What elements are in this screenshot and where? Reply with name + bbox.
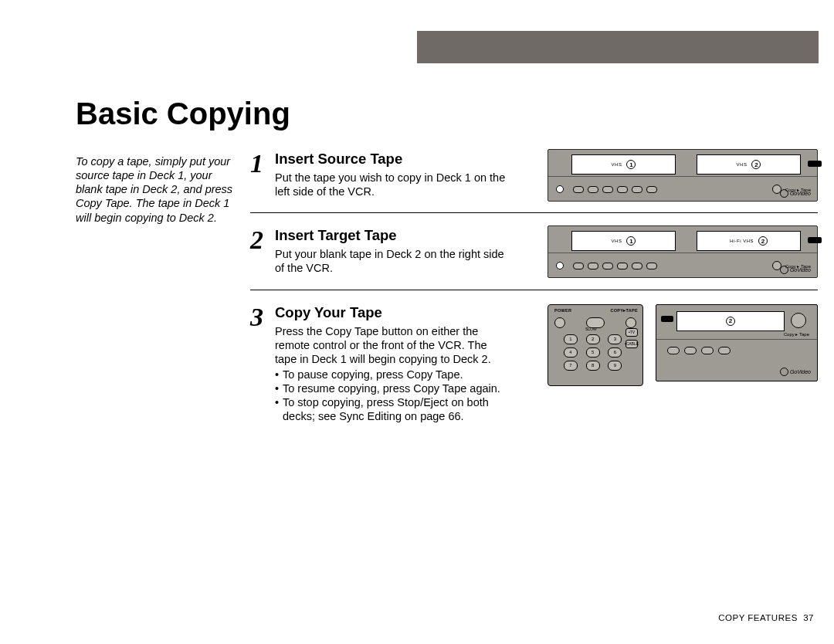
step-number: 2 (250, 227, 269, 253)
vcr-illustration-2: VHS 1 Hi-Fi VHS 2 Copy ▸ Tape (548, 225, 818, 278)
bullet-item: To resume copying, press Copy Tape again… (275, 381, 514, 395)
step-3: 3 Copy Your Tape Press the Copy Tape but… (250, 304, 818, 438)
hifi-badge (808, 161, 822, 167)
remote-control-illustration: POWER COPY▸TAPE SLOW 123 456 789 •TV (548, 304, 643, 386)
manual-page: Basic Copying To copy a tape, simply put… (0, 0, 834, 644)
step-text: Put the tape you wish to copy in Deck 1 … (275, 171, 507, 198)
hifi-badge (661, 316, 673, 322)
intro-text: To copy a tape, simply put your source t… (76, 154, 238, 225)
step3-illustrations: POWER COPY▸TAPE SLOW 123 456 789 •TV (548, 304, 818, 386)
vcr-button-row: Copy ▸ Tape (556, 181, 811, 198)
vhs-label: VHS (612, 162, 622, 167)
power-button-icon (556, 185, 564, 193)
bullet-item: To stop copying, press Stop/Eject on bot… (275, 395, 514, 423)
deck-number-icon: 1 (626, 160, 636, 169)
deck-2-slot: VHS 2 (697, 154, 801, 175)
power-button-icon (554, 317, 565, 328)
deck-1-slot: VHS 1 (571, 154, 676, 175)
deck2-detail-illustration: 2 Copy ▸ Tape GoVideo (656, 304, 818, 381)
step-title: Copy Your Tape (275, 304, 514, 321)
step-1: 1 Insert Source Tape Put the tape you wi… (250, 151, 818, 213)
step-number: 1 (250, 151, 269, 177)
page-footer: COPY FEATURES 37 (718, 613, 814, 622)
section-label: COPY FEATURES (718, 613, 798, 622)
vcr-illustration-1: VHS 1 VHS 2 (548, 149, 818, 202)
page-title: Basic Copying (76, 97, 290, 131)
bullet-item: To pause copying, press Copy Tape. (275, 368, 514, 381)
step-text: Press the Copy Tape button on either the… (275, 324, 507, 366)
brand-logo: GoVideo (780, 368, 811, 376)
cable-button: •CABLE (626, 340, 638, 348)
step-2: 2 Insert Target Tape Put your blank tape… (250, 227, 818, 290)
copy-tape-button-icon (626, 317, 636, 328)
copy-tape-knob-icon (791, 313, 806, 328)
tv-button: •TV (626, 328, 638, 337)
step-bullets: To pause copying, press Copy Tape. To re… (275, 368, 514, 424)
power-label: POWER (554, 308, 571, 313)
copy-tape-label: Copy ▸ Tape (784, 331, 809, 337)
step-number: 3 (250, 304, 269, 330)
deck-2-slot: 2 (676, 311, 785, 331)
header-bar (417, 31, 819, 63)
step-text: Put your blank tape in Deck 2 on the rig… (275, 247, 507, 275)
page-number: 37 (803, 613, 814, 622)
steps-container: 1 Insert Source Tape Put the tape you wi… (250, 151, 818, 451)
brand-logo: GoVideo (780, 189, 811, 198)
copy-tape-label: COPY▸TAPE (610, 308, 638, 313)
